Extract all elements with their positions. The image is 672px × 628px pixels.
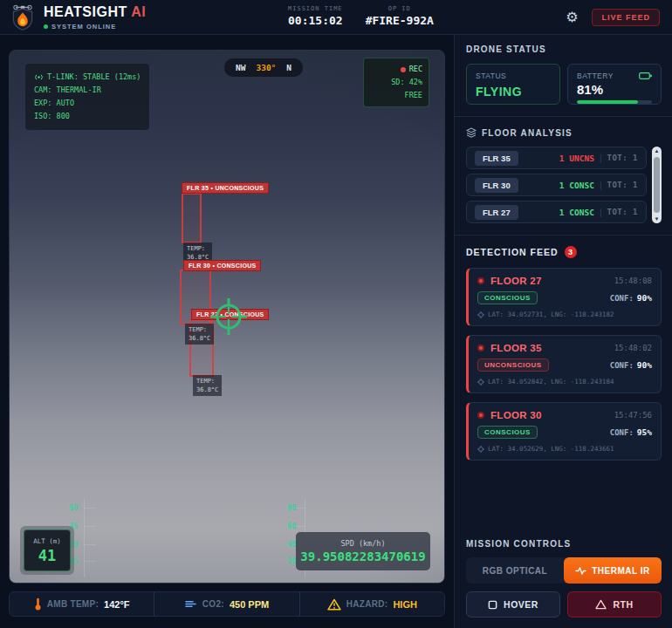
floor-pill: FLR 27 [475,205,518,220]
detection-dot-icon [477,345,484,352]
environment-status-bar: AMB TEMP: 142°F CO2: 450 PPM HAZARD: [9,591,445,617]
top-bar: HEATSIGHT AI SYSTEM ONLINE MISSION TIME … [0,0,672,35]
co2-label: CO2: [202,599,224,609]
compass-indicator: NW 330° N [224,58,303,77]
speed-label: SPD (km/h) [340,539,385,548]
amb-temp-item: AMB TEMP: 142°F [10,592,154,616]
op-id: OP ID #FIRE-992A [366,5,434,27]
battery-bar-fill [577,100,638,104]
signal-icon [34,73,44,81]
header-metrics: MISSION TIME 00:15:02 OP ID #FIRE-992A [288,5,434,27]
section-divider [455,116,672,117]
battery-bar-track [577,100,652,104]
rgb-optical-button[interactable]: RGB OPTICAL [466,557,564,584]
telemetry-panel: T-LINK: STABLE (12ms) CAM: THERMAL-IR EX… [25,64,149,130]
consciousness-badge: UNCONSCIOUS [477,358,549,372]
rec-label: REC [409,63,422,76]
hazard-item: HAZARD: HIGH [299,592,444,616]
floor-row-27[interactable]: FLR 27 1 CONSC | TOT: 1 [466,201,647,223]
altitude-tape-line [84,499,85,577]
mission-time-value: 00:15:02 [288,14,343,27]
detection-card-floor30[interactable]: FLOOR 30 15:47:56 CONSCIOUS CONF: 95% [466,402,662,461]
speed-value: 39.95082283470619 [300,550,425,563]
scrollbar-thumb[interactable] [654,157,660,213]
scroll-up-icon[interactable]: ▲ [652,148,662,154]
mission-controls-title: MISSION CONTROLS [466,539,662,549]
amb-temp-label: AMB TEMP: [47,599,99,609]
detection-coords: LAT: 34.052629, LNG: -118.243661 [488,445,614,453]
layers-icon [466,127,477,138]
status-label: STATUS [476,72,551,80]
floor-list-scrollbar[interactable]: ▲ ▼ [652,147,662,223]
section-divider [455,235,672,236]
detection-temp-flr27: TEMP: 36.8°C [193,375,222,396]
live-feed-badge[interactable]: LIVE FEED [592,9,660,26]
floor-pill: FLR 35 [475,151,518,166]
op-id-label: OP ID [366,5,434,12]
rth-triangle-icon [595,599,607,610]
app-logo-icon [9,3,37,32]
sd-free-label: SD: 42% FREE [370,76,422,102]
detection-count-badge: 3 [565,246,577,258]
spd-tick-40: 40 [278,541,296,549]
hazard-label: HAZARD: [346,599,388,609]
app-title-suffix: AI [131,4,146,19]
floor-count: 1 CONSC [559,208,594,217]
location-icon [477,379,484,386]
mission-time-label: MISSION TIME [288,5,343,12]
rec-dot-icon [401,67,406,72]
thermal-ir-button[interactable]: THERMAL IR [564,557,662,584]
spd-tick-80: 80 [278,504,296,512]
alt-tick-50: 50 [60,504,78,512]
floor-total: TOT: 1 [607,208,638,216]
speed-panel: SPD (km/h) 39.95082283470619 [296,532,430,570]
floor-row-35[interactable]: FLR 35 1 UNCNS | TOT: 1 [466,147,647,169]
settings-gear-icon[interactable]: ⚙ [566,10,578,24]
cam-mode: CAM: THERMAL-IR [34,84,141,97]
detection-coords: LAT: 34.052731, LNG: -118.243182 [488,311,614,318]
battery-card: BATTERY 81% [567,64,662,105]
hover-button[interactable]: HOVER [466,591,560,618]
floor-total: TOT: 1 [607,154,638,162]
detection-label-flr30: FLR 30 • CONSCIOUS [183,260,261,271]
mission-time: MISSION TIME 00:15:02 [288,5,343,27]
altitude-panel: ALT (m) 41 [20,526,74,575]
detection-dot-icon [477,277,484,284]
app-title: HEATSIGHT AI [44,4,146,20]
system-status-label: SYSTEM ONLINE [51,23,116,31]
battery-label: BATTERY [577,72,614,80]
altitude-label: ALT (m) [33,537,61,545]
confidence-label: CONF: [610,428,634,437]
detection-coords: LAT: 34.052842, LNG: -118.243184 [488,378,614,386]
op-id-value: #FIRE-992A [366,14,434,27]
drone-status-title: DRONE STATUS [466,44,662,54]
hazard-value: HIGH [393,599,417,610]
detection-floor: FLOOR 27 [490,276,542,286]
detection-box-flr35 [182,193,202,243]
floor-row-30[interactable]: FLR 30 1 CONSC | TOT: 1 [466,174,647,196]
spd-tick-60: 60 [278,522,296,530]
confidence-value: 90% [637,293,652,303]
detection-label-flr35: FLR 35 • UNCONSCIOUS [182,182,269,194]
camera-column: T-LINK: STABLE (12ms) CAM: THERMAL-IR EX… [0,35,454,628]
amb-temp-value: 142°F [104,599,129,610]
rth-button[interactable]: RTH [567,591,662,618]
recording-panel: REC SD: 42% FREE [363,58,429,107]
hover-square-icon [488,600,497,610]
exposure-mode: EXP: AUTO [34,97,141,110]
compass-right: N [286,63,291,72]
floor-pill: FLR 30 [475,178,518,193]
floor-count: 1 CONSC [559,181,594,190]
floor-count: 1 UNCNS [559,154,594,163]
detection-floor: FLOOR 30 [490,410,542,420]
battery-percent: 81% [577,82,652,97]
detection-card-floor35[interactable]: FLOOR 35 15:48:02 UNCONSCIOUS CONF: 90% [466,335,662,393]
battery-icon [639,72,652,79]
co2-value: 450 PPM [230,599,269,610]
location-icon [477,446,484,453]
wind-icon [185,599,197,609]
scroll-down-icon[interactable]: ▼ [652,216,662,222]
detection-card-floor27[interactable]: FLOOR 27 15:48:08 CONSCIOUS CONF: 90% [466,268,662,326]
pulse-icon [575,566,586,576]
spd-tick-20: 20 [278,557,296,565]
